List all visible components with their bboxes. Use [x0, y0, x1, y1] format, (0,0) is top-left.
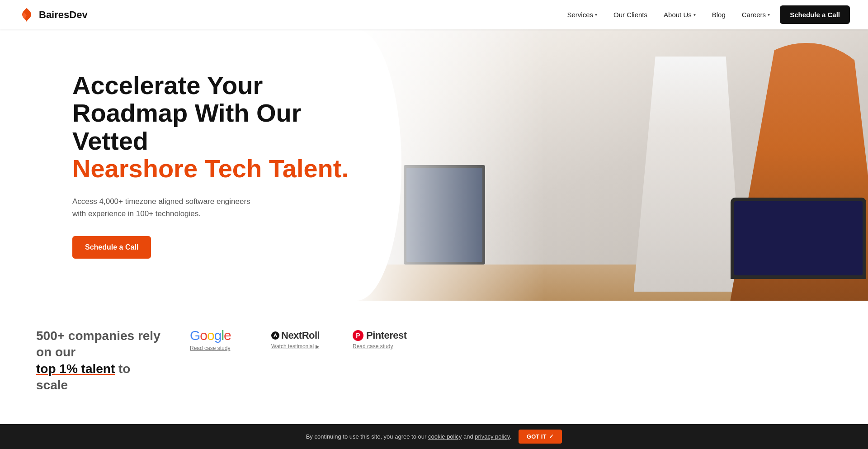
logo-link[interactable]: BairesDev: [18, 6, 88, 24]
laptop-element: [731, 198, 866, 279]
nav-careers[interactable]: Careers ▾: [736, 7, 776, 22]
person-background-figure: [634, 57, 742, 292]
google-logo-item: Google Read case study: [190, 328, 253, 351]
social-proof-text: 500+ companies rely on our top 1% talent…: [36, 328, 163, 394]
social-proof-headline: 500+ companies rely on our top 1% talent…: [36, 328, 163, 394]
logo-icon: [18, 6, 35, 24]
play-icon: ▶: [316, 344, 319, 350]
pinterest-logo-item: P Pinterest Read case study: [353, 330, 416, 350]
hero-subtitle: Access 4,000+ timezone aligned software …: [72, 195, 262, 220]
hero-schedule-call-button[interactable]: Schedule a Call: [72, 236, 151, 259]
nav-our-clients[interactable]: Our Clients: [607, 7, 654, 22]
social-proof-section: 500+ companies rely on our top 1% talent…: [0, 301, 868, 412]
pinterest-name: Pinterest: [366, 330, 407, 341]
hero-image: [347, 29, 868, 301]
pinterest-icon: P: [353, 330, 363, 341]
google-logo: Google: [190, 328, 231, 343]
social-proof-accent: top 1% talent: [36, 362, 115, 376]
hero-section: Accelerate Your Roadmap With Our Vetted …: [0, 29, 868, 301]
nextroll-logo: NextRoll: [271, 330, 320, 341]
nav-blog[interactable]: Blog: [706, 7, 732, 22]
nextroll-name: NextRoll: [281, 330, 320, 341]
pinterest-logo: P Pinterest: [353, 330, 407, 341]
chevron-down-icon: ▾: [768, 12, 770, 17]
navbar: BairesDev Services ▾ Our Clients About U…: [0, 0, 868, 29]
chevron-down-icon: ▾: [693, 12, 696, 17]
client-logos: Google Read case study NextRoll Watch te…: [190, 328, 832, 351]
nextroll-testimonial-link[interactable]: Watch testimonial ▶: [271, 343, 319, 350]
nav-about-us[interactable]: About Us ▾: [657, 7, 702, 22]
pinterest-case-study-link[interactable]: Read case study: [353, 343, 393, 350]
nav-schedule-call-button[interactable]: Schedule a Call: [780, 5, 850, 24]
nextroll-icon: [271, 331, 279, 340]
hero-title-accent: Nearshore Tech Talent.: [72, 154, 349, 183]
chevron-down-icon: ▾: [595, 12, 597, 17]
nav-services[interactable]: Services ▾: [561, 7, 604, 22]
nextroll-logo-item: NextRoll Watch testimonial ▶: [271, 330, 335, 350]
nav-links: Services ▾ Our Clients About Us ▾ Blog C…: [561, 5, 850, 24]
google-case-study-link[interactable]: Read case study: [190, 345, 230, 351]
brand-name: BairesDev: [39, 9, 88, 21]
hero-fade-overlay: [347, 29, 545, 301]
logos-row-1: Google Read case study NextRoll Watch te…: [190, 328, 832, 351]
